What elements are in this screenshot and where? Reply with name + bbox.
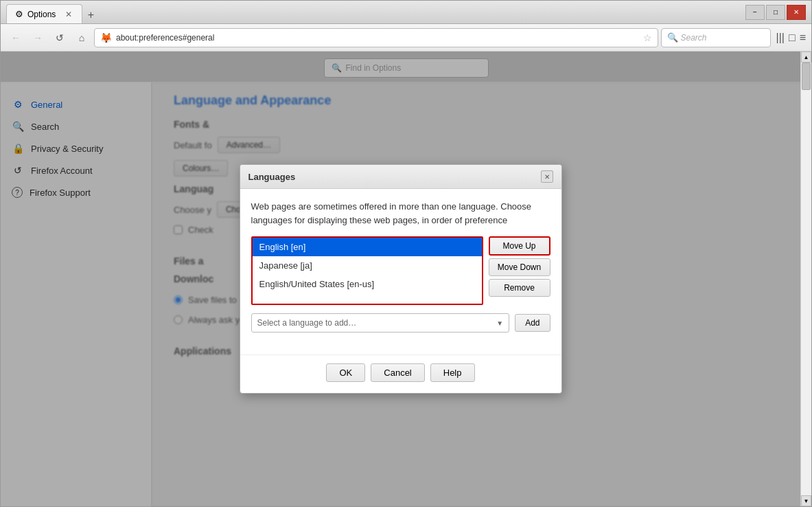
toolbar-icons: ||| □ ≡ <box>776 32 806 44</box>
forward-button[interactable]: → <box>28 28 47 47</box>
scroll-thumb[interactable] <box>802 63 811 90</box>
dialog-body: Web pages are sometimes offered in more … <box>240 189 561 354</box>
dialog-footer: OK Cancel Help <box>240 354 561 393</box>
dialog-title: Languages <box>248 172 296 182</box>
sidebar-icon[interactable]: □ <box>789 32 796 44</box>
tab-close-button[interactable]: ✕ <box>64 10 73 19</box>
select-arrow-icon: ▼ <box>496 319 503 327</box>
maximize-button[interactable]: □ <box>766 5 785 20</box>
scrollbar[interactable]: ▲ ▼ <box>800 52 811 506</box>
select-placeholder: Select a language to add… <box>257 318 357 328</box>
search-bar[interactable]: 🔍 Search <box>661 28 771 47</box>
firefox-icon: 🦊 <box>100 32 112 43</box>
dialog-close-button[interactable]: ✕ <box>541 170 553 183</box>
move-down-button[interactable]: Move Down <box>489 258 550 276</box>
languages-dialog: Languages ✕ Web pages are sometimes offe… <box>240 164 562 394</box>
add-language-row: Select a language to add… ▼ Add <box>251 313 550 333</box>
content-area: 🔍 Find in Options ⚙ General 🔍 Search <box>1 52 811 506</box>
refresh-button[interactable]: ↺ <box>50 28 69 47</box>
minimize-button[interactable]: − <box>745 5 765 20</box>
cancel-button[interactable]: Cancel <box>371 363 424 382</box>
close-button[interactable]: ✕ <box>787 5 806 20</box>
new-tab-button[interactable]: + <box>82 7 99 23</box>
title-bar: ⚙ Options ✕ + − □ ✕ <box>1 1 811 24</box>
home-button[interactable]: ⌂ <box>72 28 91 47</box>
browser-window: ⚙ Options ✕ + − □ ✕ ← → ↺ ⌂ 🦊 about:pref… <box>0 0 812 507</box>
help-button[interactable]: Help <box>430 363 475 382</box>
lang-item-ja[interactable]: Japanese [ja] <box>253 256 482 275</box>
dialog-overlay: Languages ✕ Web pages are sometimes offe… <box>1 52 800 506</box>
lang-item-en[interactable]: English [en] <box>253 238 482 256</box>
window-controls: − □ ✕ <box>745 5 806 20</box>
tab-icon: ⚙ <box>15 9 23 19</box>
address-text: about:preferences#general <box>116 33 639 43</box>
dialog-titlebar: Languages ✕ <box>240 165 561 189</box>
options-tab[interactable]: ⚙ Options ✕ <box>6 4 82 23</box>
navigation-bar: ← → ↺ ⌂ 🦊 about:preferences#general ☆ 🔍 … <box>1 24 811 52</box>
tab-title: Options <box>27 10 56 19</box>
tab-strip: ⚙ Options ✕ + <box>6 1 743 23</box>
language-buttons: Move Up Move Down Remove <box>489 236 550 305</box>
bookmark-icon[interactable]: ☆ <box>643 32 652 43</box>
menu-icon[interactable]: ≡ <box>800 32 806 44</box>
language-select[interactable]: Select a language to add… ▼ <box>251 313 510 333</box>
back-button[interactable]: ← <box>6 28 25 47</box>
search-placeholder: Search <box>681 33 707 43</box>
address-bar[interactable]: 🦊 about:preferences#general ☆ <box>94 28 658 47</box>
language-list: English [en] Japanese [ja] English/Unite… <box>251 236 483 305</box>
language-list-area: English [en] Japanese [ja] English/Unite… <box>251 236 550 305</box>
lang-item-en-us[interactable]: English/United States [en-us] <box>253 275 482 293</box>
move-up-button[interactable]: Move Up <box>489 236 550 256</box>
scroll-down-button[interactable]: ▼ <box>801 495 811 506</box>
add-button[interactable]: Add <box>515 314 550 332</box>
remove-button[interactable]: Remove <box>489 279 550 297</box>
scroll-up-button[interactable]: ▲ <box>801 52 811 63</box>
library-icon[interactable]: ||| <box>776 32 785 44</box>
dialog-description: Web pages are sometimes offered in more … <box>251 200 550 227</box>
ok-button[interactable]: OK <box>326 363 365 382</box>
scroll-track <box>801 63 811 495</box>
search-icon: 🔍 <box>667 32 678 43</box>
